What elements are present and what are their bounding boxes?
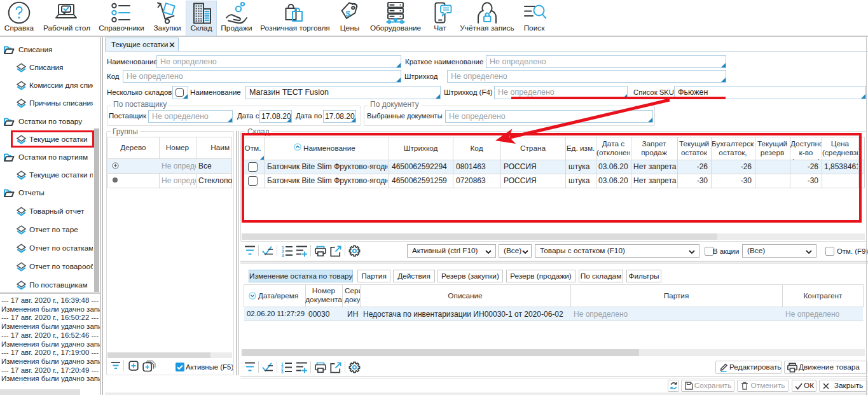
svg-text:$: $ (346, 9, 351, 18)
svg-text:3: 3 (281, 370, 284, 374)
svg-text:3: 3 (282, 253, 284, 258)
